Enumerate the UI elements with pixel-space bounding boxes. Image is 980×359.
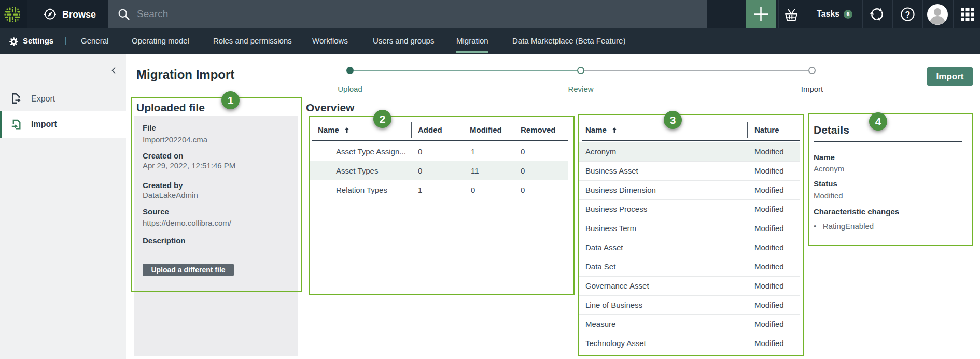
- svg-text:?: ?: [905, 10, 911, 19]
